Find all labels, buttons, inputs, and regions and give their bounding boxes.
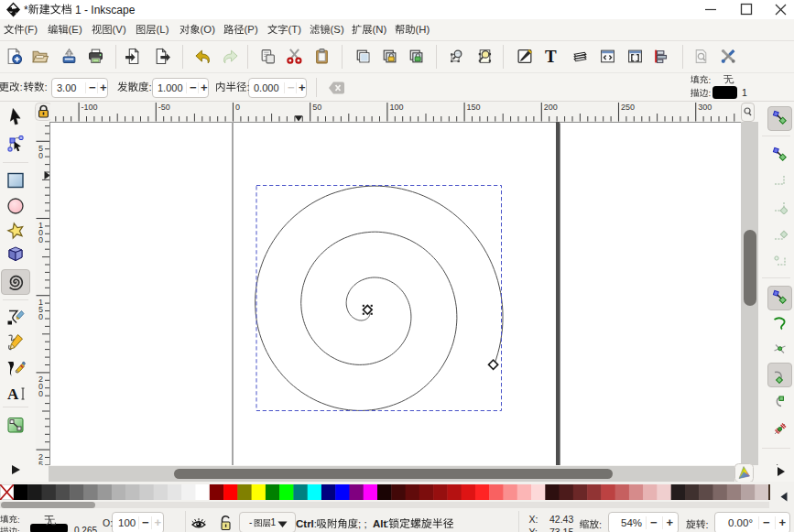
svg-text:0: 0 [235, 103, 240, 112]
svg-text:100: 100 [389, 103, 403, 112]
svg-text:-50: -50 [158, 103, 170, 112]
svg-text:0: 0 [38, 235, 43, 244]
svg-text:A: A [7, 385, 19, 403]
svg-text:0: 0 [38, 151, 43, 160]
svg-text:150: 150 [467, 103, 481, 112]
svg-text:300: 300 [698, 103, 712, 112]
svg-text:0: 0 [38, 312, 43, 321]
svg-text:0: 0 [38, 389, 43, 398]
svg-text:50: 50 [312, 103, 321, 112]
svg-text:-100: -100 [82, 103, 98, 112]
svg-text:200: 200 [544, 103, 558, 112]
svg-text:250: 250 [621, 103, 635, 112]
